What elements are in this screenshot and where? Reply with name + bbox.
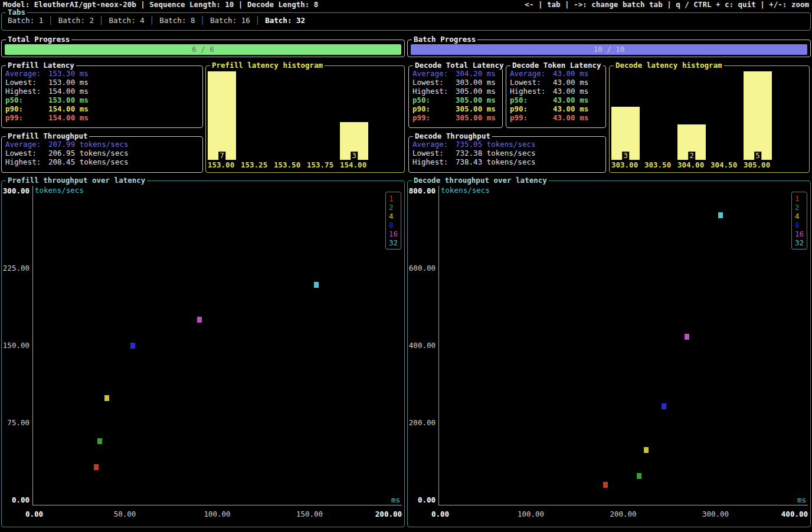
prefill-scatter-x-axis: 0.0050.00100.00150.00200.00 [32,510,402,519]
prefill-scatter-title: Prefill throughput over latency [6,176,147,185]
hist-x-tick: 304.50 [711,160,737,169]
tabs-box: Tabs Batch: 1│Batch: 2│Batch: 4│Batch: 8… [1,12,811,31]
stat-label: Lowest: [412,149,456,157]
decode-histogram-plot: 325 [611,70,807,160]
prefill-histogram-ticks: 153.00153.25153.50153.75154.00 [208,160,402,169]
legend-entry-batch-8: 8 [389,221,401,229]
stat-row-p50: p50:43.00 ms [510,96,605,104]
prefill-scatter-box: Prefill throughput over latency 300.0022… [1,180,405,527]
decode-histogram-title: Decode latency histogram [614,61,724,70]
decode-total-latency-title: Decode Total Latency [413,61,506,70]
stat-value: 304.20 ms [456,69,496,78]
stat-value: 305.00 ms [456,113,496,122]
tab-batch-2[interactable]: Batch: 2 [58,16,94,25]
batch-progress-bar: 10 / 10 [411,44,807,55]
legend-entry-batch-32: 32 [389,238,401,247]
stat-label: Lowest: [5,149,48,157]
prefill-scatter-legend: 12481632 [385,192,401,249]
tabs-box-title: Tabs [6,8,27,17]
stat-row-lowest: Lowest:206.95 tokens/secs [5,149,202,157]
legend-entry-batch-8: 8 [795,221,807,229]
tab-batch-16[interactable]: Batch: 16 [210,16,250,25]
decode-scatter-y-unit: tokens/secs [441,186,490,195]
scatter-x-tick: 200.00 [375,510,402,518]
hist-bar-count: 2 [688,152,695,160]
scatter-point-batch-2 [97,438,102,444]
prefill-throughput-title: Prefill Throughput [6,132,89,140]
scatter-y-tick: 0.00 [12,495,30,504]
scatter-y-tick: 150.00 [3,341,30,350]
hist-bar-count: 3 [351,152,358,160]
decode-scatter-y-axis: 800.00600.00400.00200.000.00 [409,186,437,505]
stat-label: Lowest: [412,78,456,87]
total-progress-bar: 6 / 6 [5,44,401,55]
total-progress-box: Total Progress 6 / 6 [1,40,405,57]
decode-histogram-ticks: 303.00303.50304.00304.50305.00 [611,160,807,169]
stat-value: 207.99 tokens/secs [48,140,128,149]
stat-label: Lowest: [510,78,553,87]
stat-value: 154.00 ms [48,87,89,96]
model-info: Model: EleutherAI/gpt-neox-20b | Sequenc… [3,0,318,9]
stat-row-p90: p90:43.00 ms [510,104,605,113]
stat-value: 305.00 ms [456,87,496,96]
scatter-point-batch-32 [718,212,723,218]
scatter-x-tick: 150.00 [296,510,323,518]
stat-row-lowest: Lowest:303.00 ms [412,78,502,87]
tab-separator: │ [250,16,266,25]
decode-scatter-title: Decode throughput over latency [412,176,549,185]
scatter-point-batch-16 [685,334,689,340]
stat-value: 153.30 ms [48,69,89,78]
batch-progress-value: 10 / 10 [594,45,625,54]
stat-value: 738.43 tokens/secs [456,157,535,166]
scatter-x-tick: 50.00 [114,510,136,518]
hist-x-tick: 154.00 [340,160,366,169]
tab-batch-1[interactable]: Batch: 1 [8,16,43,25]
stat-label: Average: [5,140,48,149]
tab-batch-4[interactable]: Batch: 4 [109,16,145,25]
hist-bar-303.00: 3 [611,107,640,160]
prefill-throughput-box: Prefill Throughput Average:207.99 tokens… [1,136,203,173]
stat-label: p50: [5,96,48,104]
total-progress-title: Total Progress [6,35,71,44]
stat-row-p99: p99:305.00 ms [412,113,502,122]
scatter-y-tick: 225.00 [3,264,30,272]
stat-label: p50: [510,96,553,104]
hist-bar-304.00: 2 [677,124,706,160]
stat-row-p50: p50:305.00 ms [412,96,502,104]
hist-x-tick: 303.00 [611,160,638,169]
legend-entry-batch-4: 4 [795,212,807,221]
hist-bar-154.00: 3 [340,122,368,160]
tab-batch-8[interactable]: Batch: 8 [159,16,195,25]
tab-batch-32[interactable]: Batch: 32 [265,16,305,25]
stat-row-lowest: Lowest:732.38 tokens/secs [412,149,605,157]
stat-row-p99: p99:43.00 ms [510,113,605,122]
stat-value: 153.00 ms [48,78,89,87]
batch-progress-title: Batch Progress [412,35,477,44]
prefill-scatter-y-unit: tokens/secs [35,186,84,195]
hist-x-tick: 305.00 [744,160,770,169]
stat-row-p99: p99:154.00 ms [5,113,202,122]
stat-row-highest: Highest:208.45 tokens/secs [5,157,202,166]
legend-entry-batch-16: 16 [795,229,807,238]
prefill-latency-box: Prefill Latency Average:153.30 msLowest:… [1,65,203,128]
stat-label: Highest: [5,87,48,96]
legend-entry-batch-2: 2 [795,203,807,212]
stat-value: 208.45 tokens/secs [48,157,128,166]
scatter-point-batch-1 [603,482,608,488]
scatter-point-batch-4 [644,447,649,453]
stat-value: 43.00 ms [553,113,588,122]
prefill-histogram-title: Prefill latency histogram [210,61,325,70]
decode-throughput-box: Decode Throughput Average:735.05 tokens/… [408,136,606,173]
stat-label: p99: [510,113,553,122]
decode-token-latency-title: Decode Token Latency [510,61,603,70]
hist-bar-305.00: 5 [744,71,772,160]
decode-scatter-canvas [438,186,808,505]
hist-x-tick: 153.00 [208,160,234,169]
stat-value: 303.00 ms [456,78,496,87]
legend-entry-batch-16: 16 [389,229,401,238]
stat-label: Highest: [412,157,456,166]
prefill-latency-histogram-box: Prefill latency histogram 73 153.00153.2… [205,65,405,173]
decode-token-latency-rows: Average:43.00 msLowest:43.00 msHighest:4… [506,66,605,122]
top-keybar: Model: EleutherAI/gpt-neox-20b | Sequenc… [0,0,812,9]
stat-value: 154.00 ms [48,113,89,122]
